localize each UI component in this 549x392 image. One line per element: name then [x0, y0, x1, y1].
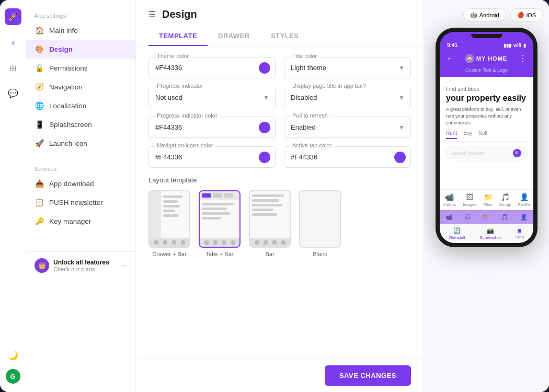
active-tab-color-group: Active tab color — [284, 146, 411, 168]
sidebar-item-push-newsletter[interactable]: 📋 PUSH newsletter — [26, 193, 135, 212]
progress-color-swatch[interactable] — [259, 122, 270, 133]
sidebar-item-app-download[interactable]: 📥 App download — [26, 174, 135, 193]
active-tab-color-label: Active tab color — [290, 142, 334, 148]
phone-nav-profile: 👤 Profile — [518, 193, 530, 207]
profile-icon: 👤 — [520, 193, 529, 201]
rail-logo-icon[interactable]: 🚀 — [5, 8, 21, 25]
hamburger-icon[interactable]: ☰ — [148, 9, 156, 19]
pull-to-refresh-select[interactable]: Enabled Disabled — [284, 117, 411, 138]
phone-app-name: MY HOME — [476, 55, 507, 62]
app-settings-label: App settings — [26, 8, 135, 21]
main-content: ☰ Design TEMPLATE DRAWER STYLES Theme co… — [136, 0, 424, 392]
phone-nav-bar: ← 🏠 MY HOME ⋮ — [440, 50, 533, 66]
videos-icon: 📹 — [445, 193, 454, 201]
theme-color-input[interactable] — [148, 57, 276, 78]
phone-bottom-nav2: 📹 🖼 📁 🎵 👤 — [440, 210, 533, 224]
phone-tab-buy: Buy — [463, 130, 472, 139]
rail-grid-icon[interactable]: ⊞ — [6, 61, 20, 75]
tab-styles[interactable]: STYLES — [260, 27, 310, 46]
phone-nav2-videos: 📹 — [445, 214, 453, 221]
sidebar-item-label: Key manager — [49, 217, 91, 225]
sidebar-item-permissions[interactable]: 🔒 Permissions — [26, 59, 135, 77]
progress-indicator-color-input[interactable] — [148, 117, 276, 138]
phone-nav2-files: 📁 — [482, 214, 489, 221]
unlock-arrow-icon: → — [120, 261, 127, 270]
tab-drawer[interactable]: DRAWER — [208, 27, 260, 46]
display-page-title-select[interactable]: Disabled Enabled — [284, 87, 411, 108]
rail-grammarly-icon[interactable]: G — [6, 369, 20, 384]
services-label: Services — [26, 162, 135, 174]
sidebar-item-main-info[interactable]: 🏠 Main info — [26, 21, 135, 40]
rail-moon-icon[interactable]: 🌙 — [6, 348, 20, 363]
launch-icon: 🚀 — [35, 139, 44, 148]
sidebar-item-localization[interactable]: 🌐 Localization — [26, 96, 135, 115]
signal-icon: ▮▮▮ — [504, 43, 511, 48]
phone-tab-rent: Rent — [446, 130, 457, 139]
phone-search-placeholder: Search location — [452, 151, 510, 156]
phone-status-bar: 9:41 ▮▮▮ wifi ▮ — [440, 38, 533, 50]
nav-icons-color-group: Navigation icons color — [148, 146, 276, 168]
display-page-title-label: Display page title in app bar? — [290, 83, 369, 89]
unlock-crown-icon: 👑 — [35, 258, 49, 273]
layout-option-blank[interactable]: Blank — [299, 190, 341, 257]
sidebar: App settings 🏠 Main info 🎨 Design 🔒 Perm… — [26, 0, 136, 392]
pull-to-refresh-group: Pull to refresh Enabled Disabled ▼ — [284, 117, 411, 138]
preview-panel: 🤖 Android 🍎 iOS 9:41 ▮▮▮ wif — [424, 0, 549, 392]
form-row-2: Progress indicator Not used Spinner Line… — [148, 87, 411, 108]
progress-indicator-group: Progress indicator Not used Spinner Line… — [148, 87, 276, 108]
phone-screen: 9:41 ▮▮▮ wifi ▮ ← 🏠 MY HOME ⋮ — [440, 32, 533, 243]
sidebar-item-splashscreen[interactable]: 📱 Splashscreen — [26, 115, 135, 134]
theme-color-swatch[interactable] — [259, 62, 270, 74]
design-icon: 🎨 — [35, 44, 44, 54]
active-tab-color-swatch[interactable] — [394, 152, 406, 163]
phone-bottom-nav: 📹 Videos 🖼 Images 📁 Files 🎵 Songs — [440, 189, 533, 210]
tab-template[interactable]: TEMPLATE — [148, 27, 208, 46]
form-row-1: Theme color Title color Light theme Dark… — [148, 57, 411, 78]
rail-chat-icon[interactable]: 💬 — [6, 86, 20, 100]
page-title: Design — [162, 8, 197, 20]
layout-option-drawer-bar[interactable]: Drawer + Bar — [148, 190, 190, 257]
action-screenshot[interactable]: 📸 Screenshot — [479, 227, 500, 240]
newsletter-icon: 📋 — [35, 198, 44, 207]
stop-icon: ⏹ — [517, 227, 522, 234]
layout-label-blank: Blank — [313, 251, 327, 257]
sidebar-item-navigation[interactable]: 🧭 Navigation — [26, 77, 135, 96]
phone-nav-videos: 📹 Videos — [443, 193, 456, 207]
phone-time: 9:41 — [447, 42, 458, 48]
nav-icons-color-swatch[interactable] — [259, 152, 270, 163]
key-icon: 🔑 — [35, 216, 44, 226]
phone-tabs-row: Rent Buy Sell — [446, 130, 527, 142]
sidebar-item-launch-icon[interactable]: 🚀 Launch icon — [26, 134, 135, 153]
phone-search: Search location 🔍 — [446, 146, 527, 160]
rail-add-icon[interactable]: ＋ — [6, 36, 20, 50]
save-changes-button[interactable]: SAVE CHANGES — [325, 365, 411, 386]
action-stop[interactable]: ⏹ Stop — [516, 227, 524, 240]
sidebar-divider — [26, 157, 135, 157]
action-reinstall[interactable]: 🔄 Reinstall — [449, 227, 465, 240]
phone-logo: 🏠 MY HOME — [465, 54, 507, 63]
sidebar-item-key-manager[interactable]: 🔑 Key manager — [26, 212, 135, 230]
theme-color-label: Theme color — [155, 53, 191, 59]
phone-subtitle: Custom Text & Logo — [465, 67, 508, 73]
title-color-select[interactable]: Light theme Dark theme — [284, 57, 411, 78]
phone-nav-files: 📁 Files — [484, 193, 493, 207]
active-tab-color-input[interactable] — [284, 146, 411, 168]
nav-icons-color-input[interactable] — [148, 146, 276, 168]
images-icon: 🖼 — [466, 193, 473, 201]
layout-label-bar: Bar — [265, 251, 274, 257]
pull-to-refresh-label: Pull to refresh — [290, 112, 330, 119]
progress-indicator-select[interactable]: Not used Spinner Linear — [148, 87, 276, 108]
form-area: Theme color Title color Light theme Dark… — [136, 47, 424, 359]
sidebar-item-label: Launch icon — [49, 140, 87, 147]
android-preview-btn[interactable]: 🤖 Android — [463, 8, 506, 21]
form-row-3: Progress indicator color Pull to refresh… — [148, 117, 411, 138]
lock-icon: 🔒 — [35, 63, 44, 73]
unlock-features-item[interactable]: 👑 Unlock all features Check our plans → — [26, 251, 135, 279]
form-row-4: Navigation icons color Active tab color — [148, 146, 411, 168]
layout-option-bar[interactable]: Bar — [249, 190, 291, 257]
ios-preview-btn[interactable]: 🍎 iOS — [510, 8, 543, 21]
layout-option-tabs-bar[interactable]: Tabs + Bar — [199, 190, 241, 257]
layout-options: Drawer + Bar — [148, 190, 411, 257]
icon-rail: 🚀 ＋ ⊞ 💬 🌙 G — [0, 0, 26, 392]
sidebar-item-design[interactable]: 🎨 Design — [26, 40, 135, 59]
